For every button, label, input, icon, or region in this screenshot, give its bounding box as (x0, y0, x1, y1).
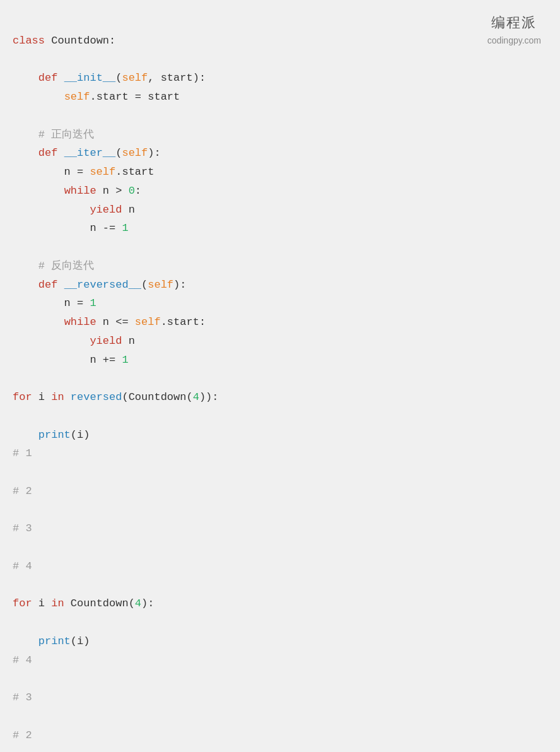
self-4: self (90, 166, 115, 178)
num-4a: 4 (193, 391, 199, 403)
keyword-for-2: for (13, 597, 32, 609)
output-3: # 3 (13, 522, 32, 534)
keyword-def-init: def (38, 72, 58, 84)
comment-reverse: # 反向迭代 (38, 260, 94, 272)
fn-print-2: print (38, 635, 71, 647)
brand-en-text: codingpy.com (487, 33, 541, 47)
aspku-asp: asp (457, 748, 486, 752)
fn-reversed-call: reversed (71, 391, 122, 403)
aspku-ku: KU (486, 748, 510, 752)
aspku-com: com (514, 748, 547, 752)
self-6: self (135, 316, 161, 328)
keyword-while-1: while (64, 185, 96, 197)
output-7: # 2 (13, 729, 32, 741)
self-1: self (122, 72, 148, 84)
output-6: # 3 (13, 691, 32, 703)
fn-print-1: print (38, 429, 71, 441)
fn-init: __init__ (64, 72, 116, 84)
code-block: class Countdown: def __init__(self, star… (13, 13, 547, 752)
num-4b: 4 (135, 597, 141, 609)
output-2: # 2 (13, 485, 32, 497)
output-1: # 1 (13, 447, 32, 459)
brand-logo: 编程派 codingpy.com (487, 11, 541, 48)
brand-cn-text: 编程派 (487, 11, 541, 33)
fn-reversed: __reversed__ (64, 279, 141, 291)
keyword-class: class (13, 35, 45, 47)
output-4: # 4 (13, 560, 32, 572)
self-5: self (148, 279, 173, 291)
keyword-yield-2: yield (90, 335, 122, 347)
keyword-in-2: in (51, 597, 64, 609)
keyword-in-1: in (51, 391, 64, 403)
comment-forward: # 正向迭代 (38, 129, 94, 141)
num-0: 0 (129, 185, 135, 197)
output-5: # 4 (13, 654, 32, 666)
num-1a: 1 (122, 222, 128, 234)
self-2: self (64, 91, 90, 103)
keyword-for-1: for (13, 391, 32, 403)
fn-iter: __iter__ (64, 147, 116, 159)
keyword-yield-1: yield (90, 204, 122, 216)
self-3: self (122, 147, 148, 159)
keyword-while-2: while (64, 316, 96, 328)
keyword-def-reversed: def (38, 279, 58, 291)
num-1c: 1 (122, 354, 128, 366)
num-1b: 1 (90, 297, 96, 309)
keyword-def-iter: def (38, 147, 58, 159)
aspku-dotcom: . (509, 748, 513, 752)
aspku-logo: aspKU.com 免费网站源码下载站 (457, 745, 547, 752)
